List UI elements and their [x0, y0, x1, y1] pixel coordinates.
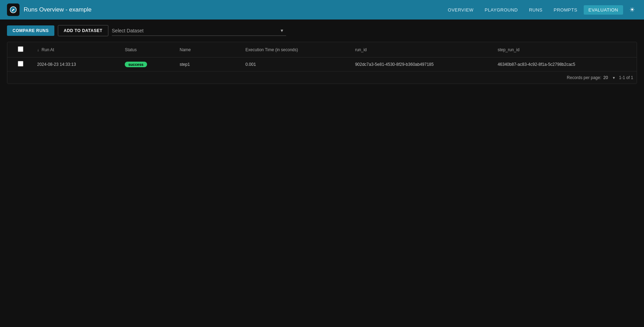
theme-toggle-icon[interactable]: ☀	[627, 5, 637, 15]
col-header-status: Status	[121, 42, 176, 57]
row-checkbox[interactable]	[18, 61, 23, 67]
pagination-range: 1-1 of 1	[619, 75, 633, 80]
add-to-dataset-button[interactable]: ADD TO DATASET	[58, 25, 108, 36]
row-run-at: 2024-08-23 14:33:13	[34, 57, 122, 71]
row-step-run-id: 46340b87-ac83-4c92-8f1a-5c2798b2cac5	[494, 57, 637, 71]
nav-runs[interactable]: RUNS	[524, 5, 547, 15]
row-status: success	[121, 57, 176, 71]
per-page-select-container: 10 20 50 100 ▼	[603, 75, 615, 80]
nav-right: OVERVIEW PLAYGROUND RUNS PROMPTS EVALUAT…	[443, 5, 637, 15]
sort-desc-icon: ↓	[37, 48, 39, 52]
per-page-select[interactable]: 10 20 50 100	[603, 75, 615, 80]
records-per-page-label: Records per page:	[567, 75, 601, 80]
app-logo	[7, 3, 20, 16]
col-header-execution-time: Execution Time (in seconds)	[242, 42, 352, 57]
select-dataset-dropdown[interactable]: Select Dataset	[112, 26, 286, 36]
nav-playground[interactable]: PLAYGROUND	[480, 5, 523, 15]
select-all-checkbox[interactable]	[18, 46, 23, 52]
status-badge: success	[125, 62, 147, 67]
row-name: step1	[176, 57, 242, 71]
col-header-check	[7, 42, 34, 57]
runs-table: ↓ Run At Status Name Execution Time (in …	[7, 42, 637, 71]
col-header-name: Name	[176, 42, 242, 57]
runs-table-container: ↓ Run At Status Name Execution Time (in …	[7, 42, 637, 84]
table-row: 2024-08-23 14:33:13 success step1 0.001 …	[7, 57, 637, 71]
top-navigation: Runs Overview - example OVERVIEW PLAYGRO…	[0, 0, 644, 20]
table-body: 2024-08-23 14:33:13 success step1 0.001 …	[7, 57, 637, 71]
col-header-run-id: run_id	[352, 42, 494, 57]
col-header-step-run-id: step_run_id	[494, 42, 637, 57]
compare-runs-button[interactable]: COMPARE RUNS	[7, 25, 54, 36]
row-check	[7, 57, 34, 71]
row-run-id: 902dc7a3-5e81-4530-8f29-b360ab497185	[352, 57, 494, 71]
nav-overview[interactable]: OVERVIEW	[443, 5, 478, 15]
app-title: Runs Overview - example	[24, 6, 92, 13]
toolbar: COMPARE RUNS ADD TO DATASET Select Datas…	[7, 25, 637, 36]
pagination-row: Records per page: 10 20 50 100 ▼ 1-1 of …	[7, 71, 637, 84]
col-header-run-at: ↓ Run At	[34, 42, 122, 57]
select-dataset-wrapper: Select Dataset ▼	[112, 26, 286, 36]
nav-left: Runs Overview - example	[7, 3, 92, 16]
main-content: COMPARE RUNS ADD TO DATASET Select Datas…	[0, 20, 644, 89]
nav-evaluation[interactable]: EVALUATION	[584, 5, 623, 15]
nav-prompts[interactable]: PROMPTS	[549, 5, 582, 15]
row-execution-time: 0.001	[242, 57, 352, 71]
per-page-wrapper: Records per page: 10 20 50 100 ▼	[567, 75, 616, 80]
table-header: ↓ Run At Status Name Execution Time (in …	[7, 42, 637, 57]
